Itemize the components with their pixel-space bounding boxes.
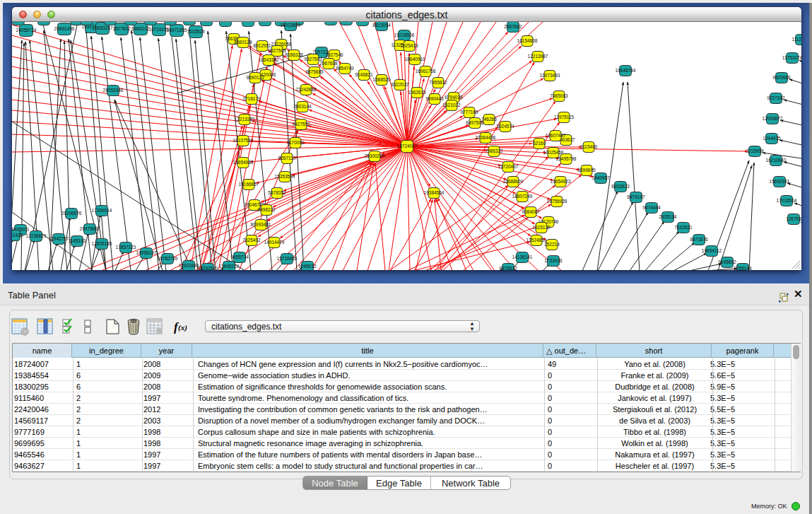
svg-text:14914479: 14914479 bbox=[264, 240, 285, 245]
svg-text:9876512: 9876512 bbox=[499, 266, 517, 270]
svg-text:2967608: 2967608 bbox=[319, 61, 338, 66]
svg-text:16210643: 16210643 bbox=[766, 158, 787, 163]
svg-text:8186328: 8186328 bbox=[285, 52, 303, 57]
svg-text:8813054: 8813054 bbox=[372, 23, 391, 28]
svg-text:10654985: 10654985 bbox=[233, 160, 254, 165]
svg-text:16154808: 16154808 bbox=[517, 38, 538, 43]
svg-text:20364436: 20364436 bbox=[476, 135, 496, 140]
svg-text:7485063: 7485063 bbox=[550, 93, 568, 98]
svg-text:1615132: 1615132 bbox=[532, 225, 551, 230]
svg-text:18724007: 18724007 bbox=[397, 144, 418, 148]
svg-text:12213383: 12213383 bbox=[235, 117, 255, 122]
svg-text:10648784: 10648784 bbox=[616, 68, 636, 73]
svg-text:23242848: 23242848 bbox=[296, 87, 317, 92]
svg-text:9777169: 9777169 bbox=[460, 110, 478, 115]
svg-text:9227342: 9227342 bbox=[767, 95, 785, 100]
svg-text:17359914: 17359914 bbox=[92, 208, 112, 213]
svg-text:16107562: 16107562 bbox=[233, 138, 254, 143]
svg-text:18807249: 18807249 bbox=[512, 194, 533, 199]
svg-text:8933923: 8933923 bbox=[611, 184, 630, 189]
svg-text:1733426: 1733426 bbox=[544, 258, 563, 263]
svg-text:14136141: 14136141 bbox=[512, 255, 533, 259]
svg-text:10654112: 10654112 bbox=[702, 248, 722, 253]
svg-text:746266: 746266 bbox=[481, 117, 497, 122]
svg-text:24055724: 24055724 bbox=[16, 28, 37, 33]
svg-text:16961758: 16961758 bbox=[416, 69, 436, 74]
svg-text:17016504: 17016504 bbox=[777, 198, 797, 203]
svg-text:7955812: 7955812 bbox=[429, 80, 447, 85]
svg-text:10607487: 10607487 bbox=[546, 133, 566, 138]
svg-text:1621022: 1621022 bbox=[442, 103, 461, 107]
svg-text:7625402: 7625402 bbox=[242, 238, 261, 243]
svg-text:9084067: 9084067 bbox=[522, 209, 540, 214]
svg-text:6794028: 6794028 bbox=[445, 95, 463, 100]
svg-text:19166857: 19166857 bbox=[239, 182, 259, 187]
svg-text:19654923: 19654923 bbox=[551, 179, 571, 184]
svg-text:12923446: 12923446 bbox=[179, 263, 199, 268]
svg-text:16033809: 16033809 bbox=[281, 23, 301, 28]
svg-text:9115460: 9115460 bbox=[580, 144, 598, 149]
svg-text:8454749: 8454749 bbox=[336, 66, 354, 71]
svg-text:80993481: 80993481 bbox=[251, 222, 271, 227]
svg-text:20691406: 20691406 bbox=[54, 26, 75, 31]
svg-text:126753: 126753 bbox=[786, 216, 801, 221]
svg-text:11121110: 11121110 bbox=[792, 37, 802, 42]
svg-text:7515524: 7515524 bbox=[187, 29, 205, 34]
svg-text:12093877: 12093877 bbox=[763, 116, 783, 121]
svg-text:1588520: 1588520 bbox=[372, 77, 391, 82]
svg-text:10653267: 10653267 bbox=[93, 25, 113, 30]
svg-text:1362615: 1362615 bbox=[408, 90, 426, 95]
svg-text:10973493: 10973493 bbox=[540, 73, 560, 78]
svg-text:9827503: 9827503 bbox=[268, 48, 286, 53]
svg-text:2718179: 2718179 bbox=[242, 96, 261, 101]
svg-text:9245652: 9245652 bbox=[718, 259, 736, 264]
svg-text:1925419: 1925419 bbox=[400, 43, 418, 48]
svg-text:6466102: 6466102 bbox=[131, 26, 150, 31]
svg-text:9875685: 9875685 bbox=[305, 69, 324, 74]
svg-text:10958187: 10958187 bbox=[136, 250, 157, 255]
svg-text:12213987: 12213987 bbox=[528, 54, 548, 59]
svg-text:11751074: 11751074 bbox=[782, 55, 801, 60]
svg-text:9455774: 9455774 bbox=[230, 255, 249, 259]
svg-text:12975115: 12975115 bbox=[554, 115, 575, 119]
svg-text:20053346: 20053346 bbox=[103, 88, 124, 93]
svg-text:25300295: 25300295 bbox=[365, 153, 385, 158]
svg-text:252214: 252214 bbox=[544, 242, 560, 247]
svg-text:5878352: 5878352 bbox=[268, 190, 286, 195]
svg-text:10688609: 10688609 bbox=[503, 179, 524, 184]
svg-text:9329966: 9329966 bbox=[772, 75, 791, 80]
svg-text:19384554: 19384554 bbox=[424, 190, 445, 195]
svg-text:8912951: 8912951 bbox=[253, 43, 271, 48]
svg-text:8660124: 8660124 bbox=[234, 40, 252, 45]
svg-text:11845210: 11845210 bbox=[219, 264, 240, 269]
svg-text:3215958: 3215958 bbox=[746, 148, 764, 153]
svg-text:1145193: 1145193 bbox=[69, 238, 86, 243]
svg-text:9474444: 9474444 bbox=[642, 205, 661, 210]
svg-text:9146821: 9146821 bbox=[355, 72, 373, 77]
svg-text:6899695: 6899695 bbox=[577, 168, 596, 173]
svg-text:62160: 62160 bbox=[533, 141, 546, 146]
svg-text:9990443: 9990443 bbox=[425, 96, 444, 101]
svg-text:9255144: 9255144 bbox=[734, 266, 752, 270]
svg-text:12942757: 12942757 bbox=[49, 236, 69, 241]
svg-text:20975887: 20975887 bbox=[80, 226, 100, 231]
svg-text:8471676: 8471676 bbox=[690, 237, 708, 242]
svg-text:1244415: 1244415 bbox=[763, 136, 781, 141]
svg-text:10025458: 10025458 bbox=[543, 150, 564, 155]
svg-text:3911433: 3911433 bbox=[12, 233, 23, 238]
svg-text:9498222: 9498222 bbox=[257, 207, 276, 212]
svg-text:8322037: 8322037 bbox=[391, 82, 409, 87]
svg-text:10292543: 10292543 bbox=[198, 266, 218, 270]
svg-text:(x): (x) bbox=[178, 323, 187, 332]
svg-text:7632621: 7632621 bbox=[674, 225, 693, 230]
svg-text:20206576: 20206576 bbox=[61, 211, 82, 216]
svg-text:7986322: 7986322 bbox=[485, 148, 503, 153]
svg-text:9427552: 9427552 bbox=[292, 122, 310, 127]
svg-text:9245012: 9245012 bbox=[298, 264, 317, 269]
svg-text:1927546: 1927546 bbox=[325, 52, 343, 57]
svg-text:16543382: 16543382 bbox=[259, 57, 279, 62]
svg-text:2935114: 2935114 bbox=[659, 214, 677, 219]
svg-text:15495798: 15495798 bbox=[556, 156, 577, 161]
svg-text:16971355: 16971355 bbox=[167, 28, 187, 33]
svg-text:8267110: 8267110 bbox=[278, 156, 296, 160]
